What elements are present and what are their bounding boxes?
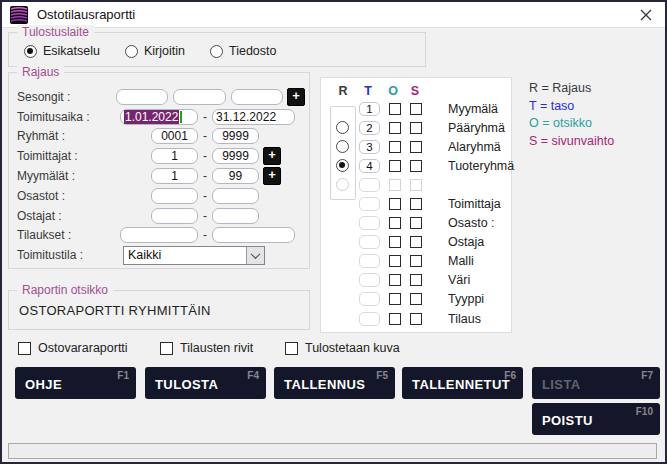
sivunvaihto-checkbox[interactable] (410, 293, 422, 305)
output-device-group-title: Tulostuslaite (17, 25, 94, 39)
radio-spacer (336, 236, 349, 249)
sivunvaihto-checkbox[interactable] (410, 313, 422, 325)
legend-sivunvaihto: S = sivunvaihto (529, 133, 614, 151)
tilaukset-from-input[interactable] (120, 227, 198, 243)
radio-spacer (336, 293, 349, 306)
sesonki-input-3[interactable] (231, 89, 283, 105)
taso-input[interactable] (359, 197, 380, 211)
rajaus-radio-selected[interactable] (336, 159, 349, 172)
sivunvaihto-checkbox[interactable] (410, 217, 422, 229)
radio-option-esikatselu[interactable]: Esikatselu (24, 44, 100, 58)
dropdown-button[interactable] (246, 247, 264, 264)
sivunvaihto-checkbox[interactable] (410, 141, 422, 153)
matrix-row-alaryhma: 3 Alaryhmä (321, 137, 511, 156)
otsikko-checkbox[interactable] (389, 198, 401, 210)
sivunvaihto-checkbox[interactable] (410, 236, 422, 248)
range-dash: - (198, 228, 212, 242)
otsikko-checkbox-disabled (389, 179, 401, 191)
taso-input[interactable] (359, 216, 380, 230)
sivunvaihto-checkbox[interactable] (410, 160, 422, 172)
checkbox-tulostetaan-kuva[interactable]: Tulostetaan kuva (285, 341, 400, 355)
sivunvaihto-checkbox[interactable] (410, 255, 422, 267)
range-dash: - (198, 169, 212, 183)
toimitustila-dropdown[interactable]: Kaikki (123, 246, 265, 265)
myymalat-plus-button[interactable]: + (263, 167, 281, 185)
checkbox-tilausten-rivit[interactable]: Tilausten rivit (160, 341, 253, 355)
taso-input[interactable]: 1 (359, 102, 380, 116)
ostajat-to-input[interactable] (212, 208, 259, 224)
field-label: Ryhmät : (17, 129, 113, 143)
myymalat-from-input[interactable]: 1 (151, 168, 198, 184)
checkbox-ostovararaportti[interactable]: Ostovararaportti (18, 341, 128, 355)
osastot-from-input[interactable] (151, 188, 198, 204)
radio-spacer (336, 217, 349, 230)
sesonki-input-1[interactable] (116, 89, 168, 105)
otsikko-checkbox[interactable] (389, 141, 401, 153)
range-dash: - (198, 149, 212, 163)
sesonki-input-2[interactable] (173, 89, 225, 105)
sivunvaihto-checkbox-disabled (410, 179, 422, 191)
osastot-to-input[interactable] (212, 188, 259, 204)
column-header-o: O (386, 84, 400, 98)
taso-input[interactable]: 4 (359, 159, 380, 173)
checkbox-label: Tilausten rivit (180, 341, 253, 355)
matrix-row-label: Tyyppi (448, 292, 484, 306)
otsikko-checkbox[interactable] (389, 217, 401, 229)
otsikko-checkbox[interactable] (389, 255, 401, 267)
otsikko-checkbox[interactable] (389, 160, 401, 172)
checkbox-icon (160, 342, 173, 355)
rajaus-radio-disabled (336, 178, 349, 191)
sivunvaihto-checkbox[interactable] (410, 274, 422, 286)
matrix-row-tuoteryhma: 4 Tuoteryhmä (321, 156, 511, 175)
rajaus-radio[interactable] (336, 140, 349, 153)
print-button[interactable]: TULOSTA F4 (145, 367, 266, 399)
save-button[interactable]: TALLENNUS F5 (274, 367, 395, 399)
report-title-group-title: Raportin otsikko (17, 283, 113, 297)
otsikko-checkbox[interactable] (389, 122, 401, 134)
help-button[interactable]: OHJE F1 (15, 367, 136, 399)
button-label: TULOSTA (155, 377, 218, 392)
radio-option-kirjoitin[interactable]: Kirjoitin (125, 44, 185, 58)
otsikko-checkbox[interactable] (389, 274, 401, 286)
toimittajat-plus-button[interactable]: + (263, 147, 281, 165)
filter-group-title: Rajaus (17, 65, 64, 79)
matrix-row-malli: Malli (321, 252, 511, 271)
radio-option-tiedosto[interactable]: Tiedosto (210, 44, 276, 58)
matrix-row-label: Malli (448, 254, 474, 268)
toimitusaika-from-input[interactable]: 1.01.2022 (120, 109, 198, 125)
taso-input-disabled (359, 178, 380, 192)
taso-input[interactable]: 3 (359, 140, 380, 154)
taso-input[interactable] (359, 292, 380, 306)
tilaukset-to-input[interactable] (212, 227, 295, 243)
saved-button[interactable]: TALLENNETUT F6 (402, 367, 523, 399)
range-dash: - (198, 189, 212, 203)
otsikko-checkbox[interactable] (389, 236, 401, 248)
report-title-group: Raportin otsikko OSTORAPORTTI RYHMITTÄIN (8, 290, 310, 330)
otsikko-checkbox[interactable] (389, 293, 401, 305)
radio-spacer (336, 312, 349, 325)
sesongit-plus-button[interactable]: + (287, 88, 305, 106)
sivunvaihto-checkbox[interactable] (410, 122, 422, 134)
sivunvaihto-checkbox[interactable] (410, 103, 422, 115)
matrix-row-label: Alaryhmä (448, 140, 501, 154)
row-ostajat: Ostajat : - (17, 206, 305, 226)
taso-input[interactable] (359, 235, 380, 249)
rajaus-radio[interactable] (336, 121, 349, 134)
sivunvaihto-checkbox[interactable] (410, 198, 422, 210)
toimittajat-to-input[interactable]: 9999 (212, 148, 259, 164)
ostajat-from-input[interactable] (151, 208, 198, 224)
ryhmat-to-input[interactable]: 9999 (212, 128, 259, 144)
taso-input[interactable]: 2 (359, 121, 380, 135)
toimittajat-from-input[interactable]: 1 (151, 148, 198, 164)
otsikko-checkbox[interactable] (389, 103, 401, 115)
taso-input[interactable] (359, 254, 380, 268)
toimitusaika-to-input[interactable]: 31.12.2022 (212, 109, 295, 125)
close-button[interactable] (635, 5, 657, 25)
myymalat-to-input[interactable]: 99 (212, 168, 259, 184)
otsikko-checkbox[interactable] (389, 313, 401, 325)
taso-input[interactable] (359, 312, 380, 326)
radio-icon (24, 45, 37, 58)
taso-input[interactable] (359, 273, 380, 287)
exit-button[interactable]: POISTU F10 (532, 403, 660, 435)
ryhmat-from-input[interactable]: 0001 (151, 128, 198, 144)
